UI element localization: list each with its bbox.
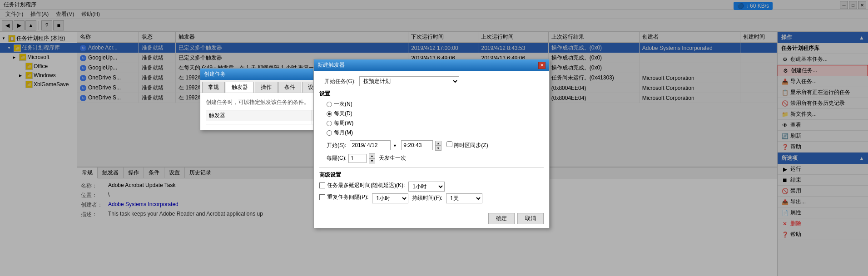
- ctab-trigger[interactable]: 触发器: [226, 82, 254, 93]
- interval-row: 每隔(C): ▲ ▼ 天发生一次: [327, 153, 544, 163]
- time-down-btn[interactable]: ▼: [435, 146, 441, 151]
- interval-down-btn[interactable]: ▼: [369, 158, 375, 163]
- new-trigger-title: 新建触发器: [317, 61, 345, 69]
- start-task-label: 开始任务(G):: [319, 78, 356, 85]
- time-spinner: ▲ ▼: [435, 141, 441, 151]
- settings-title: 设置: [319, 90, 544, 98]
- ok-button[interactable]: 确定: [488, 213, 515, 224]
- cancel-button[interactable]: 取消: [517, 213, 544, 224]
- radio-once[interactable]: 一次(N): [327, 100, 544, 108]
- interval-input[interactable]: [348, 154, 367, 163]
- duration-select[interactable]: 1天: [446, 193, 482, 203]
- radio-group: 一次(N) 每天(D) 每周(W) 每月(M): [327, 100, 544, 137]
- new-trigger-footer: 确定 取消: [314, 209, 549, 228]
- delay-checkbox-item[interactable]: 任务最多延迟时间(随机延迟)(K):: [319, 182, 405, 189]
- new-trigger-close[interactable]: ✕: [538, 62, 546, 69]
- sync-checkbox[interactable]: [446, 141, 452, 147]
- start-task-row: 开始任务(G): 按预定计划: [319, 76, 544, 86]
- ctab-general[interactable]: 常规: [202, 82, 225, 93]
- new-trigger-dialog: 新建触发器 ✕ 开始任务(G): 按预定计划 设置 一次(N) 每天(D): [313, 59, 550, 228]
- interval-up-btn[interactable]: ▲: [369, 153, 375, 158]
- radio-monthly-circle: [327, 130, 332, 136]
- radio-once-circle: [327, 102, 332, 107]
- repeat-select[interactable]: 1小时: [372, 193, 408, 203]
- start-label: 开始(S):: [327, 142, 346, 148]
- new-trigger-body: 开始任务(G): 按预定计划 设置 一次(N) 每天(D) 每周(W): [314, 71, 549, 209]
- calendar-arrow: ▼: [393, 143, 397, 148]
- repeat-checkbox-item[interactable]: 重复任务间隔(P):: [319, 193, 368, 201]
- create-task-title: 创建任务: [204, 70, 226, 78]
- interval-label: 每隔(C):: [327, 154, 347, 162]
- time-up-btn[interactable]: ▲: [435, 141, 441, 146]
- radio-daily-circle: [327, 111, 332, 117]
- radio-daily[interactable]: 每天(D): [327, 110, 544, 118]
- advanced-title: 高级设置: [319, 171, 544, 179]
- trigger-col-trigger: 触发器: [206, 110, 312, 121]
- repeat-checkbox[interactable]: [319, 194, 325, 200]
- ctab-action[interactable]: 操作: [255, 82, 278, 93]
- settings-section: 设置 一次(N) 每天(D) 每周(W) 每月(M): [319, 90, 544, 137]
- delay-row: 任务最多延迟时间(随机延迟)(K): 1小时: [319, 182, 544, 192]
- new-trigger-titlebar: 新建触发器 ✕: [314, 59, 549, 71]
- sync-checkbox-label[interactable]: 跨时区同步(Z): [446, 142, 488, 148]
- delay-checkbox[interactable]: [319, 182, 325, 188]
- delay-select[interactable]: 1小时: [408, 182, 445, 192]
- radio-weekly-circle: [327, 121, 332, 126]
- start-datetime-row: 开始(S): ▼ ▲ ▼ 跨时区同步(Z): [327, 140, 544, 151]
- interval-unit: 天发生一次: [379, 154, 406, 162]
- ctab-condition[interactable]: 条件: [278, 82, 301, 93]
- start-task-select[interactable]: 按预定计划: [359, 76, 459, 86]
- radio-weekly[interactable]: 每周(W): [327, 119, 544, 127]
- repeat-row: 重复任务间隔(P): 1小时 持续时间(F): 1天: [319, 193, 544, 203]
- radio-monthly[interactable]: 每月(M): [327, 129, 544, 137]
- start-date-input[interactable]: [350, 140, 391, 150]
- interval-spinner: ▲ ▼: [369, 153, 375, 163]
- start-time-input[interactable]: [401, 140, 433, 150]
- advanced-section: 高级设置 任务最多延迟时间(随机延迟)(K): 1小时 重复任务间隔(P): 1…: [319, 167, 544, 203]
